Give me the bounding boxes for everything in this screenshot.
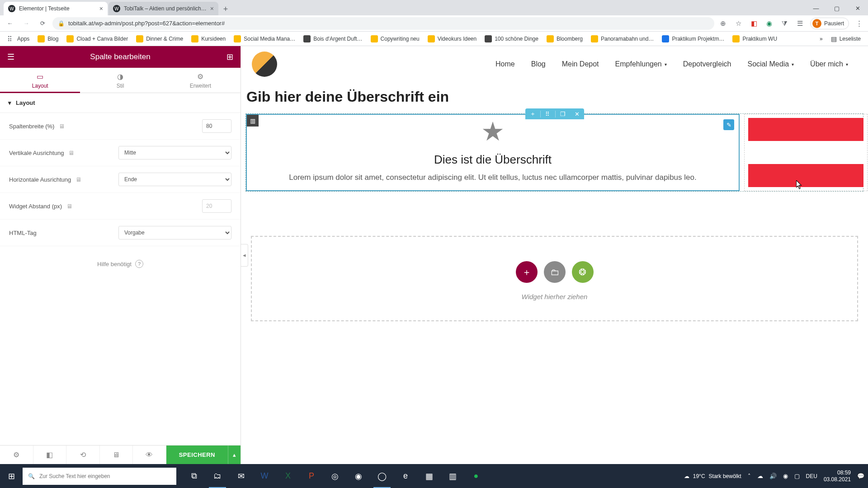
close-icon[interactable]: × bbox=[99, 5, 103, 12]
horizontal-align-select[interactable]: Ende bbox=[118, 173, 231, 186]
responsive-icon[interactable]: 🖥 bbox=[66, 203, 72, 210]
tab-style[interactable]: ◑ Stil bbox=[80, 68, 160, 93]
bookmark-item[interactable]: Cload + Canva Bilder bbox=[64, 33, 131, 44]
section-layout-toggle[interactable]: ▾ Layout bbox=[0, 93, 241, 113]
back-button[interactable]: ← bbox=[4, 17, 16, 30]
delete-section-button[interactable]: ✕ bbox=[570, 111, 584, 117]
preview-button[interactable]: 👁 bbox=[133, 446, 166, 464]
add-section-dropzone[interactable]: ＋ 🗀 ❂ Widget hierher ziehen bbox=[251, 236, 858, 321]
responsive-button[interactable]: 🖥 bbox=[100, 446, 133, 464]
forward-button[interactable]: → bbox=[20, 17, 33, 30]
add-section-button[interactable]: ＋ bbox=[516, 261, 538, 283]
responsive-icon[interactable]: 🖥 bbox=[75, 176, 81, 183]
nav-blog[interactable]: Blog bbox=[531, 60, 546, 68]
section[interactable]: ▥ ✎ ★ Dies ist die Überschrift Lorem ips… bbox=[245, 113, 863, 192]
taskbar-app[interactable]: ▥ bbox=[441, 464, 464, 488]
bookmark-item[interactable]: 100 schöne Dinge bbox=[482, 33, 541, 44]
tray-chevron-icon[interactable]: ˄ bbox=[748, 473, 751, 479]
nav-empfehlungen[interactable]: Empfehlungen▾ bbox=[615, 60, 667, 68]
bookmark-item[interactable]: Praktikum Projektm… bbox=[659, 33, 727, 44]
tray-battery-icon[interactable]: ▢ bbox=[794, 473, 800, 479]
image-widget-flag-austria[interactable] bbox=[748, 118, 863, 187]
taskbar-app-powerpoint[interactable]: P bbox=[300, 464, 323, 488]
zoom-icon[interactable]: ⊕ bbox=[718, 18, 729, 29]
bookmark-item[interactable]: Bois d'Argent Duft… bbox=[301, 33, 365, 44]
save-button[interactable]: SPEICHERN bbox=[166, 446, 228, 464]
taskbar-app-brave[interactable]: ◎ bbox=[324, 464, 346, 488]
settings-button[interactable]: ⚙ bbox=[0, 446, 33, 464]
column-handle[interactable]: ▥ bbox=[247, 115, 259, 127]
taskbar-app-edge[interactable]: e bbox=[394, 464, 417, 488]
bookmark-item[interactable]: Copywriting neu bbox=[368, 33, 422, 44]
extensions-icon[interactable]: ⧩ bbox=[779, 18, 790, 29]
taskbar-clock[interactable]: 08:59 03.08.2021 bbox=[824, 469, 851, 483]
nav-depot[interactable]: Mein Depot bbox=[562, 60, 599, 68]
bookmark-item[interactable]: Praktikum WU bbox=[730, 33, 780, 44]
bookmark-item[interactable]: Blog bbox=[35, 33, 61, 44]
tray-volume-icon[interactable]: 🔊 bbox=[769, 473, 777, 479]
column[interactable] bbox=[744, 114, 868, 191]
responsive-icon[interactable]: 🖥 bbox=[68, 150, 74, 156]
tab-advanced[interactable]: ⚙ Erweitert bbox=[160, 68, 241, 93]
tray-wifi-icon[interactable]: ◉ bbox=[783, 473, 788, 479]
taskbar-app-spotify[interactable]: ● bbox=[465, 464, 487, 488]
nav-about[interactable]: Über mich▾ bbox=[810, 60, 848, 68]
envato-button[interactable]: ❂ bbox=[572, 261, 594, 283]
site-logo[interactable] bbox=[252, 52, 277, 77]
bookmark-star-icon[interactable]: ☆ bbox=[733, 18, 744, 29]
menu-icon[interactable]: ⋮ bbox=[854, 18, 864, 29]
task-view-button[interactable]: ⧉ bbox=[183, 464, 205, 488]
bookmark-item[interactable]: Panoramabahn und… bbox=[588, 33, 656, 44]
apps-button[interactable]: ⠿Apps bbox=[5, 33, 32, 44]
help-link[interactable]: Hilfe benötigt ? bbox=[0, 246, 241, 282]
html-tag-select[interactable]: Vorgabe bbox=[118, 226, 231, 239]
nav-home[interactable]: Home bbox=[495, 60, 515, 68]
nav-social[interactable]: Social Media▾ bbox=[747, 60, 794, 68]
column-width-input[interactable] bbox=[202, 119, 231, 133]
taskbar-app-explorer[interactable]: 🗂 bbox=[206, 464, 229, 488]
maximize-button[interactable]: ▢ bbox=[826, 1, 847, 15]
tray-onedrive-icon[interactable]: ☁ bbox=[757, 473, 763, 479]
editor-canvas[interactable]: Home Blog Mein Depot Empfehlungen▾ Depot… bbox=[241, 46, 868, 464]
edit-widget-button[interactable]: ✎ bbox=[723, 119, 734, 130]
taskbar-weather[interactable]: ☁ 19°C Stark bewölkt bbox=[684, 473, 741, 479]
bookmark-item[interactable]: Kursideen bbox=[189, 33, 228, 44]
readinglist-icon[interactable]: ☰ bbox=[795, 18, 806, 29]
start-button[interactable]: ⊞ bbox=[0, 464, 23, 488]
widgets-grid-icon[interactable]: ⊞ bbox=[219, 46, 241, 68]
duplicate-section-button[interactable]: ❐ bbox=[556, 111, 570, 117]
widget-space-input[interactable] bbox=[202, 199, 231, 213]
iconbox-widget[interactable]: ★ Dies ist die Überschrift Lorem ipsum d… bbox=[251, 118, 734, 182]
taskbar-app-mail[interactable]: ✉ bbox=[230, 464, 252, 488]
column-selected[interactable]: ▥ ✎ ★ Dies ist die Überschrift Lorem ips… bbox=[246, 114, 740, 191]
extension-icon[interactable]: ◧ bbox=[749, 18, 760, 29]
menu-icon[interactable]: ☰ bbox=[0, 46, 22, 68]
taskbar-app-excel[interactable]: X bbox=[277, 464, 299, 488]
add-section-button[interactable]: ＋ bbox=[525, 110, 540, 118]
reload-button[interactable]: ⟳ bbox=[36, 17, 49, 30]
minimize-button[interactable]: — bbox=[806, 1, 826, 15]
navigator-button[interactable]: ◧ bbox=[33, 446, 67, 464]
tray-language[interactable]: DEU bbox=[806, 473, 817, 479]
readinglist-button[interactable]: ▤Leseliste bbox=[828, 33, 863, 44]
new-tab-button[interactable]: + bbox=[219, 3, 232, 15]
close-button[interactable]: ✕ bbox=[847, 1, 868, 15]
taskbar-search[interactable]: 🔍 Zur Suche Text hier eingeben bbox=[23, 468, 176, 485]
nav-depotvergleich[interactable]: Depotvergleich bbox=[683, 60, 731, 68]
history-button[interactable]: ⟲ bbox=[66, 446, 100, 464]
extension-icon[interactable]: ◉ bbox=[764, 18, 775, 29]
browser-tab[interactable]: W TobiTalk – Aktien und persönlich… × bbox=[108, 2, 218, 15]
bookmark-item[interactable]: Bloomberg bbox=[544, 33, 585, 44]
save-options-button[interactable]: ▴ bbox=[228, 446, 241, 464]
bookmark-item[interactable]: Dinner & Crime bbox=[133, 33, 186, 44]
notifications-icon[interactable]: 💬 bbox=[857, 473, 864, 479]
bookmarks-overflow[interactable]: » bbox=[817, 34, 826, 44]
taskbar-app-chrome[interactable]: ◯ bbox=[371, 464, 393, 488]
taskbar-app-obs[interactable]: ◉ bbox=[347, 464, 370, 488]
responsive-icon[interactable]: 🖥 bbox=[59, 123, 65, 130]
vertical-align-select[interactable]: Mitte bbox=[118, 146, 231, 160]
profile-paused[interactable]: T Pausiert bbox=[810, 18, 849, 29]
bookmark-item[interactable]: Social Media Mana… bbox=[231, 33, 298, 44]
browser-tab-active[interactable]: W Elementor | Testseite × bbox=[4, 2, 108, 15]
close-icon[interactable]: × bbox=[210, 5, 214, 12]
